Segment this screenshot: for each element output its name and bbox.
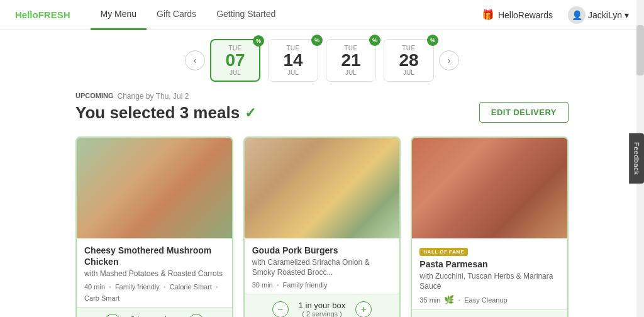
meal-counter-chicken: − 1 in your box ( 2 servings ) +	[77, 307, 232, 317]
meal-time-chicken: 40 min	[84, 283, 105, 291]
meal-tag-chicken-2: Carb Smart	[84, 294, 119, 302]
user-chevron-icon: ▾	[625, 10, 629, 20]
date-month-1: JUL	[287, 69, 299, 76]
meal-tags-burger: 30 min • Family friendly	[252, 281, 392, 289]
selected-meals-title: You selected 3 meals ✓	[75, 103, 256, 123]
meal-subtitle-burger: with Caramelized Sriracha Onion & Smoky …	[252, 258, 392, 277]
meal-card-body-burger: Gouda Pork Burgers with Caramelized Srir…	[245, 238, 400, 289]
nav-item-getting-started[interactable]: Getting Started	[206, 0, 286, 30]
date-badge-2: %	[369, 35, 380, 46]
meal-time-burger: 30 min	[252, 281, 273, 289]
meal-tag-chicken-1: Calorie Smart	[170, 283, 212, 291]
date-month-2: JUL	[345, 69, 357, 76]
meal-counter-pasta: − 1 in your box ( 2 servings ) +	[412, 309, 567, 317]
meal-badge-pasta: HALL OF FAME	[419, 248, 468, 256]
meal-card-burger: Gouda Pork Burgers with Caramelized Srir…	[243, 136, 401, 317]
counter-text-burger: 1 in your box ( 2 servings )	[299, 301, 345, 317]
meal-cards: Cheesy Smothered Mushroom Chicken with M…	[75, 136, 569, 317]
meal-tags-pasta: 35 min 🌿 • Easy Cleanup	[419, 295, 560, 304]
gift-icon: 🎁	[482, 9, 494, 21]
meal-title-chicken: Cheesy Smothered Mushroom Chicken	[84, 245, 225, 267]
edit-delivery-btn[interactable]: EDIT DELIVERY	[479, 102, 569, 123]
meal-title-pasta: Pasta Parmesan	[419, 259, 560, 270]
date-cards: % TUE 07 JUL % TUE 14 JUL % TUE 21 JUL %…	[210, 39, 434, 82]
meal-time-pasta: 35 min	[419, 296, 440, 304]
nav-item-gift-cards[interactable]: Gift Cards	[147, 0, 206, 30]
date-badge-0: %	[253, 35, 264, 47]
date-card-2[interactable]: % TUE 21 JUL	[326, 39, 376, 82]
in-box-chicken: 1 in your box	[131, 314, 177, 317]
date-card-3[interactable]: % TUE 28 JUL	[384, 39, 434, 82]
date-month-3: JUL	[403, 69, 414, 76]
meal-tag-chicken-0: Family friendly	[115, 283, 160, 291]
counter-text-chicken: 1 in your box ( 2 servings )	[131, 314, 177, 317]
meal-image-chicken	[77, 138, 232, 238]
meal-counter-burger: − 1 in your box ( 2 servings ) +	[245, 294, 400, 317]
meal-subtitle-pasta: with Zucchini, Tuscan Herbs & Marinara S…	[419, 272, 560, 291]
date-day-num-0: 07	[225, 52, 245, 69]
main-nav: My Menu Gift Cards Getting Started	[91, 0, 286, 30]
date-badge-1: %	[311, 35, 323, 46]
meal-tag-burger-0: Family friendly	[283, 281, 328, 289]
main-content: UPCOMING Change by Thu, Jul 2 You select…	[0, 82, 644, 317]
feedback-tab[interactable]: Feedback	[629, 133, 644, 184]
date-month-0: JUL	[230, 69, 241, 76]
upcoming-info: UPCOMING Change by Thu, Jul 2 You select…	[75, 92, 256, 133]
meal-image-burger	[245, 138, 400, 238]
leaf-icon-pasta: 🌿	[444, 295, 454, 304]
header: Hello FRESH My Menu Gift Cards Getting S…	[0, 0, 644, 30]
user-icon: 👤	[568, 6, 586, 24]
hello-rewards-label: HelloRewards	[498, 10, 553, 20]
logo[interactable]: Hello FRESH	[15, 9, 70, 20]
user-name: JackiLyn	[588, 10, 622, 20]
increment-btn-burger[interactable]: +	[355, 301, 372, 317]
meal-title-burger: Gouda Pork Burgers	[252, 245, 392, 256]
header-right: 🎁 HelloRewards 👤 JackiLyn ▾	[482, 6, 629, 24]
date-selector: ‹ % TUE 07 JUL % TUE 14 JUL % TUE 21 JUL…	[0, 30, 644, 82]
hello-rewards-btn[interactable]: 🎁 HelloRewards	[482, 9, 553, 21]
date-badge-3: %	[427, 35, 438, 46]
date-card-0[interactable]: % TUE 07 JUL	[210, 39, 260, 82]
date-prev-btn[interactable]: ‹	[185, 50, 205, 70]
meal-card-body-pasta: HALL OF FAME Pasta Parmesan with Zucchin…	[412, 238, 567, 304]
date-day-num-1: 14	[283, 52, 303, 69]
meal-image-pasta	[412, 138, 567, 238]
meal-tags-chicken: 40 min • Family friendly • Calorie Smart…	[84, 283, 225, 302]
meal-tag-pasta-0: Easy Cleanup	[464, 296, 508, 304]
upcoming-row: UPCOMING Change by Thu, Jul 2	[75, 92, 256, 101]
decrement-btn-chicken[interactable]: −	[104, 314, 121, 317]
user-menu[interactable]: 👤 JackiLyn ▾	[568, 6, 629, 24]
meal-card-body-chicken: Cheesy Smothered Mushroom Chicken with M…	[77, 238, 232, 302]
upcoming-bar: UPCOMING Change by Thu, Jul 2 You select…	[75, 92, 569, 133]
scrollbar-thumb[interactable]	[636, 25, 644, 75]
nav-item-my-menu[interactable]: My Menu	[91, 0, 147, 30]
meal-card-chicken: Cheesy Smothered Mushroom Chicken with M…	[75, 136, 233, 317]
check-icon: ✓	[245, 105, 256, 121]
date-day-num-2: 21	[341, 52, 360, 69]
in-box-burger: 1 in your box	[299, 301, 345, 310]
change-by-text: Change by Thu, Jul 2	[118, 92, 189, 101]
meal-card-pasta: HALL OF FAME Pasta Parmesan with Zucchin…	[411, 136, 569, 317]
meal-subtitle-chicken: with Mashed Potatoes & Roasted Carrots	[84, 269, 225, 279]
servings-burger: ( 2 servings )	[299, 310, 345, 317]
date-card-1[interactable]: % TUE 14 JUL	[268, 39, 318, 82]
upcoming-label: UPCOMING	[75, 92, 114, 101]
decrement-btn-burger[interactable]: −	[272, 301, 289, 317]
increment-btn-chicken[interactable]: +	[188, 314, 204, 317]
selected-meals-text: You selected 3 meals	[75, 103, 240, 123]
date-day-num-3: 28	[399, 52, 418, 69]
date-next-btn[interactable]: ›	[439, 50, 459, 70]
